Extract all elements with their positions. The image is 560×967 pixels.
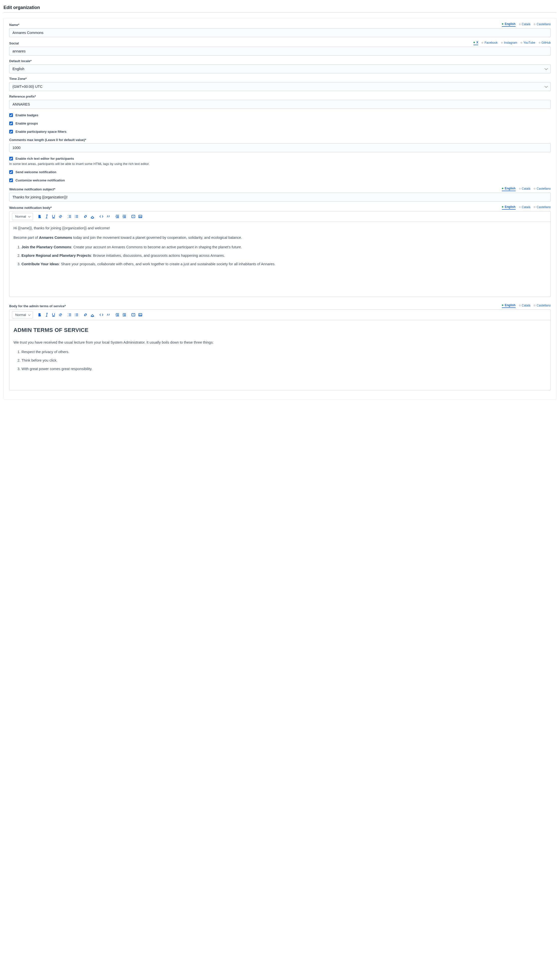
tab-github[interactable]: GitHub [539, 41, 551, 45]
status-dot [519, 188, 520, 190]
svg-point-44 [75, 316, 75, 316]
svg-text:2: 2 [68, 315, 68, 317]
quote-icon[interactable] [106, 215, 111, 219]
checkbox-icon [9, 178, 13, 182]
welcome-body-content[interactable]: Hi {{name}}, thanks for joining {{organi… [10, 222, 550, 297]
ordered-list-icon[interactable]: 12 [68, 313, 72, 317]
field-name: Name* EnglishCatalàCastellano [9, 22, 551, 37]
strike-icon[interactable] [58, 313, 63, 317]
status-dot [539, 42, 540, 43]
status-dot [502, 206, 503, 208]
locale-select[interactable]: English [9, 64, 551, 73]
link-icon[interactable] [83, 215, 88, 219]
tab-youtube[interactable]: YouTube [520, 41, 535, 45]
svg-marker-26 [133, 216, 134, 217]
lang-tabs-subject: EnglishCatalàCastellano [502, 186, 551, 191]
tab-x[interactable]: X [473, 41, 478, 45]
richtext-help: In some text areas, participants will be… [9, 162, 551, 166]
refprefix-input[interactable] [9, 100, 551, 109]
quote-icon[interactable] [106, 313, 111, 317]
video-icon[interactable] [131, 313, 136, 317]
image-icon[interactable] [138, 313, 143, 317]
tab-english[interactable]: English [502, 205, 516, 210]
italic-icon[interactable] [44, 215, 49, 219]
tab-castellano[interactable]: Castellano [534, 205, 551, 210]
tab-català[interactable]: Català [519, 304, 530, 308]
outdent-icon[interactable] [115, 215, 120, 219]
tab-català[interactable]: Català [519, 23, 530, 26]
svg-point-42 [75, 314, 75, 314]
svg-point-15 [75, 217, 75, 218]
heading-select[interactable]: Normal [12, 213, 33, 220]
chk-richtext[interactable]: Enable rich text editor for participants [9, 157, 551, 160]
tab-castellano[interactable]: Castellano [534, 23, 551, 26]
label-timezone: Time Zone* [9, 77, 27, 81]
outdent-icon[interactable] [115, 313, 120, 317]
admin-tos-content[interactable]: ADMIN TERMS OF SERVICE We trust you have… [10, 320, 550, 390]
tab-català[interactable]: Català [519, 187, 530, 191]
lang-tabs-tos: EnglishCatalàCastellano [502, 304, 551, 308]
bold-icon[interactable] [38, 215, 42, 219]
field-welcome-body: Welcome notification body* EnglishCatalà… [9, 205, 551, 297]
welcome-intro: Hi {{name}}, thanks for joining {{organi… [13, 225, 547, 231]
comments-max-input[interactable] [9, 143, 551, 152]
tab-castellano[interactable]: Castellano [534, 304, 551, 308]
underline-icon[interactable] [51, 313, 56, 317]
video-icon[interactable] [131, 215, 136, 219]
timezone-select[interactable]: (GMT+00:00) UTC [9, 82, 551, 91]
chk-custom-welcome[interactable]: Customize welcome notification [9, 178, 551, 182]
chk-badges[interactable]: Enable badges [9, 113, 551, 117]
erase-icon[interactable] [90, 313, 95, 317]
chk-send-welcome[interactable]: Send welcome notification [9, 170, 551, 174]
status-dot [502, 188, 503, 189]
status-dot [501, 42, 502, 43]
social-tabs: XFacebookInstagramYouTubeGitHub [473, 41, 551, 45]
admin-tos-editor: Normal12 ADMIN TERMS OF SERVICE We trust… [9, 309, 551, 390]
image-icon[interactable] [138, 215, 143, 219]
erase-icon[interactable] [90, 215, 95, 219]
welcome-subject-input[interactable] [9, 193, 551, 201]
tab-castellano[interactable]: Castellano [534, 187, 551, 191]
chk-groups[interactable]: Enable groups [9, 122, 551, 125]
list-item: With great power comes great responsibil… [21, 366, 547, 372]
page-title: Edit organization [3, 5, 557, 13]
italic-icon[interactable] [44, 313, 49, 317]
field-timezone: Time Zone* (GMT+00:00) UTC [9, 77, 551, 91]
chk-filters[interactable]: Enable participatory space filters [9, 130, 551, 134]
checkbox-icon [9, 157, 13, 160]
indent-icon[interactable] [122, 215, 127, 219]
status-dot [473, 42, 475, 43]
tab-català[interactable]: Català [519, 205, 530, 210]
lang-tabs-body: EnglishCatalàCastellano [502, 205, 551, 210]
tos-intro: We trust you have received the usual lec… [13, 340, 547, 346]
link-icon[interactable] [83, 313, 88, 317]
svg-marker-55 [133, 314, 134, 315]
tab-english[interactable]: English [502, 304, 516, 308]
label-refprefix: Reference prefix* [9, 94, 36, 98]
code-icon[interactable] [99, 215, 104, 219]
bold-icon[interactable] [38, 313, 42, 317]
tab-english[interactable]: English [502, 22, 516, 27]
strike-icon[interactable] [58, 215, 63, 219]
svg-point-14 [75, 216, 75, 216]
name-input[interactable] [9, 28, 551, 37]
tab-instagram[interactable]: Instagram [501, 41, 517, 45]
indent-icon[interactable] [122, 313, 127, 317]
field-welcome-subject: Welcome notification subject* EnglishCat… [9, 186, 551, 201]
label-social: Social [9, 41, 19, 45]
tab-english[interactable]: English [502, 186, 516, 191]
bullet-list-icon[interactable] [74, 313, 79, 317]
list-item: Contribute Your Ideas: Share your propos… [21, 261, 547, 267]
svg-text:2: 2 [68, 217, 68, 218]
heading-select[interactable]: Normal [12, 311, 33, 318]
status-dot [534, 23, 535, 25]
welcome-list: Join the Planetary Commons: Create your … [13, 244, 547, 267]
bullet-list-icon[interactable] [74, 215, 79, 219]
code-icon[interactable] [99, 313, 104, 317]
status-dot [534, 188, 535, 190]
underline-icon[interactable] [51, 215, 56, 219]
status-dot [502, 304, 503, 306]
social-input[interactable] [9, 47, 551, 56]
ordered-list-icon[interactable]: 12 [68, 215, 72, 219]
tab-facebook[interactable]: Facebook [482, 41, 497, 45]
